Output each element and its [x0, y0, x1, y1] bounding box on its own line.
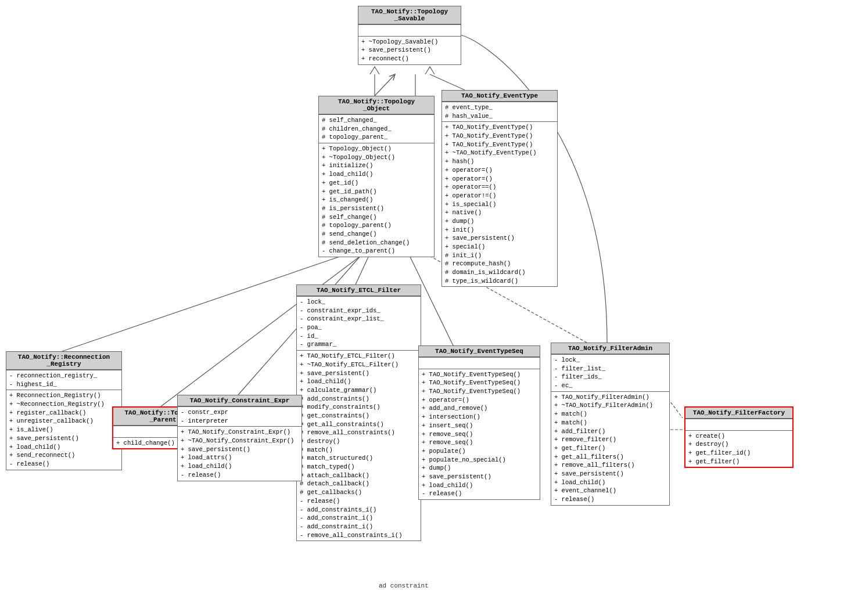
topology-savable-title: TAO_Notify::Topology_Savable [358, 6, 461, 24]
diagram-container: TAO_Notify::Topology_Savable + ~Topology… [0, 0, 858, 616]
event-type-title: TAO_Notify_EventType [442, 91, 557, 102]
ad-constraint-label: ad constraint [379, 582, 429, 589]
event-type-seq-attrs [419, 357, 540, 369]
filter-admin-attrs: - lock_ - filter_list_ - filter_ids_ - e… [551, 354, 669, 391]
constraint-expr-attrs: - constr_expr - interpreter [178, 406, 301, 426]
filter-admin-methods: + TAO_Notify_FilterAdmin() + ~TAO_Notify… [551, 391, 669, 505]
filter-factory-attrs [685, 419, 792, 430]
topology-object-attrs: # self_changed_ # children_changed_ # to… [319, 114, 434, 143]
filter-factory-box: TAO_Notify_FilterFactory + create() + de… [684, 406, 794, 468]
event-type-seq-methods: + TAO_Notify_EventTypeSeq() + TAO_Notify… [419, 369, 540, 499]
etcl-filter-attrs: - lock_ - constraint_expr_ids_ - constra… [297, 296, 421, 350]
topology-savable-attrs [358, 24, 461, 36]
topology-object-title: TAO_Notify::Topology_Object [319, 96, 434, 114]
filter-admin-title: TAO_Notify_FilterAdmin [551, 343, 669, 354]
filter-factory-methods: + create() + destroy() + get_filter_id()… [685, 430, 792, 467]
topology-savable-box: TAO_Notify::Topology_Savable + ~Topology… [358, 6, 461, 65]
reconnection-registry-box: TAO_Notify::Reconnection_Registry - reco… [6, 351, 122, 470]
constraint-expr-title: TAO_Notify_Constraint_Expr [178, 395, 301, 406]
reconnection-registry-title: TAO_Notify::Reconnection_Registry [6, 352, 121, 370]
event-type-attrs: # event_type_ # hash_value_ [442, 102, 557, 121]
svg-line-0 [375, 74, 395, 96]
filter-factory-title: TAO_Notify_FilterFactory [685, 408, 792, 419]
topology-savable-methods: + ~Topology_Savable() + save_persistent(… [358, 36, 461, 64]
event-type-seq-title: TAO_Notify_EventTypeSeq [419, 346, 540, 357]
constraint-expr-box: TAO_Notify_Constraint_Expr - constr_expr… [177, 395, 302, 481]
etcl-filter-title: TAO_Notify_ETCL_Filter [297, 285, 421, 296]
event-type-methods: + TAO_Notify_EventType() + TAO_Notify_Ev… [442, 121, 557, 286]
topology-object-methods: + Topology_Object() + ~Topology_Object()… [319, 143, 434, 257]
constraint-expr-methods: + TAO_Notify_Constraint_Expr() + ~TAO_No… [178, 426, 301, 480]
reconnection-registry-attrs: - reconnection_registry_ - highest_id_ [6, 370, 121, 390]
event-type-seq-box: TAO_Notify_EventTypeSeq + TAO_Notify_Eve… [418, 345, 540, 500]
etcl-filter-methods: + TAO_Notify_ETCL_Filter() + ~TAO_Notify… [297, 350, 421, 541]
topology-object-box: TAO_Notify::Topology_Object # self_chang… [318, 96, 435, 257]
arrows-svg [0, 0, 858, 616]
event-type-box: TAO_Notify_EventType # event_type_ # has… [441, 90, 558, 287]
etcl-filter-box: TAO_Notify_ETCL_Filter - lock_ - constra… [296, 284, 421, 541]
filter-admin-box: TAO_Notify_FilterAdmin - lock_ - filter_… [551, 343, 670, 506]
reconnection-registry-methods: + Reconnection_Registry() + ~Reconnectio… [6, 390, 121, 469]
